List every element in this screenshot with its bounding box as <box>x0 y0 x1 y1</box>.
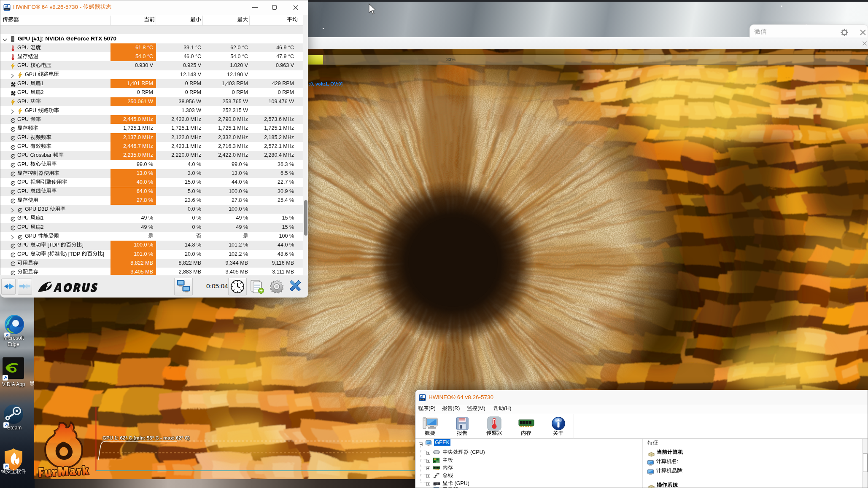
svg-text:GPU 1: 62° C (min: 53° C - max: GPU 1: 62° C (min: 53° C - max: 62° C) <box>102 435 190 440</box>
